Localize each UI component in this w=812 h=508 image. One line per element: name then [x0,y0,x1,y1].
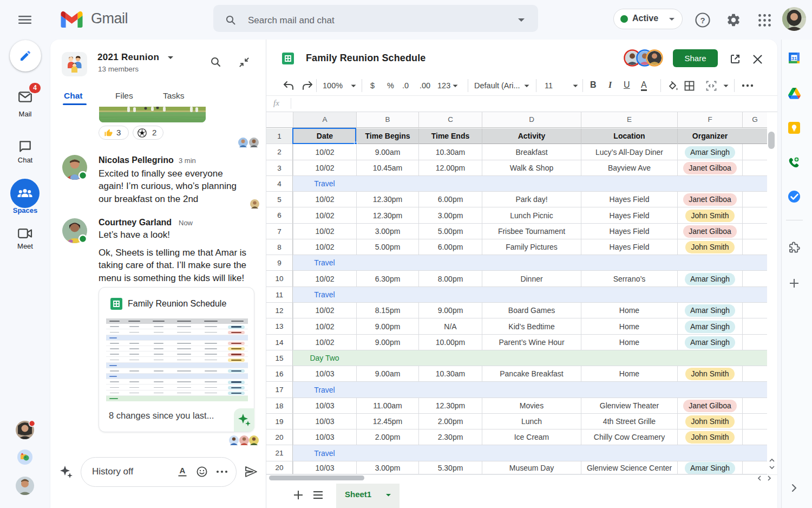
svg-text:A: A [180,466,186,475]
svg-text:?: ? [700,16,705,25]
svg-text:31: 31 [791,56,797,61]
